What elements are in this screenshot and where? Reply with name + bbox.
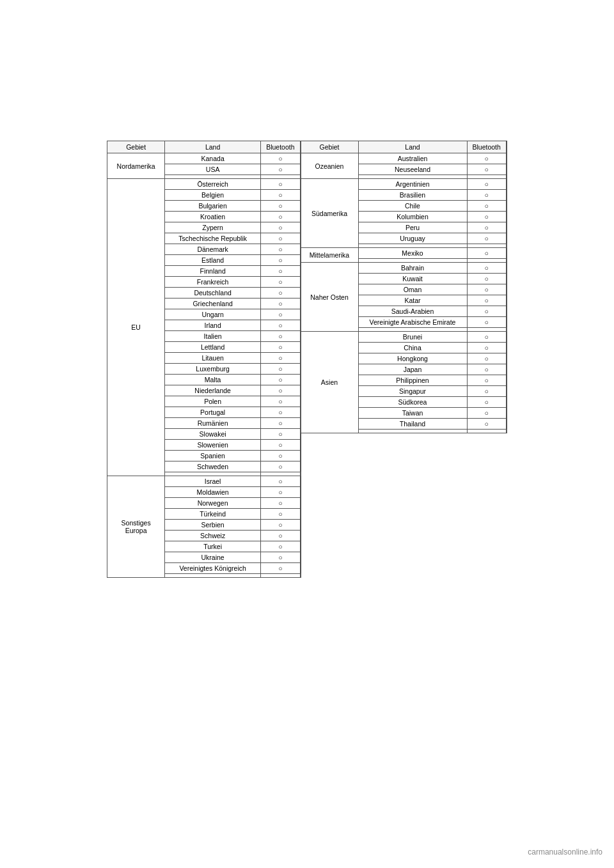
bluetooth-cell: ○ [467, 190, 506, 201]
country-cell: Israel [165, 476, 261, 487]
bluetooth-cell: ○ [467, 284, 506, 295]
country-cell: Zypern [165, 222, 261, 233]
bluetooth-cell: ○ [261, 233, 300, 244]
country-cell: Chile [358, 201, 467, 212]
table-row: Mittelamerika Mexiko ○ [301, 248, 507, 259]
country-cell: Italien [165, 331, 261, 342]
bluetooth-cell: ○ [261, 396, 300, 407]
country-cell: Katar [358, 295, 467, 306]
bluetooth-cell: ○ [261, 385, 300, 396]
right-header-land: Land [358, 141, 467, 153]
country-cell: Spanien [165, 451, 261, 461]
country-cell: Norwegen [165, 498, 261, 509]
country-cell: Schweden [165, 461, 261, 472]
region-naher-osten: Naher Osten [301, 263, 358, 332]
bluetooth-cell: ○ [261, 461, 300, 472]
bluetooth-cell: ○ [467, 306, 506, 317]
country-cell: Deutschland [165, 288, 261, 298]
region-ozeanien: Ozeanien [301, 153, 358, 179]
table-row: SonstigesEuropa Israel ○ [107, 476, 301, 487]
bluetooth-cell: ○ [261, 429, 300, 440]
country-cell: USA [165, 164, 261, 175]
country-cell: Kroatien [165, 212, 261, 222]
bluetooth-cell: ○ [261, 201, 300, 212]
bluetooth-cell: ○ [467, 201, 506, 212]
bluetooth-cell: ○ [467, 263, 506, 274]
region-nordamerika: Nordamerika [107, 153, 165, 179]
country-cell: Rumänien [165, 418, 261, 429]
region-sonstiges-europa: SonstigesEuropa [107, 476, 165, 578]
country-cell: Luxemburg [165, 364, 261, 375]
bluetooth-cell: ○ [261, 541, 300, 552]
bluetooth-cell: ○ [261, 509, 300, 520]
bluetooth-cell: ○ [261, 255, 300, 266]
bluetooth-cell: ○ [261, 487, 300, 498]
country-cell: Kolumbien [358, 212, 467, 222]
bluetooth-cell: ○ [261, 164, 300, 175]
country-cell: Taiwan [358, 408, 467, 419]
country-cell: Irland [165, 320, 261, 331]
bluetooth-cell: ○ [261, 222, 300, 233]
country-cell: Türkeind [165, 509, 261, 520]
left-table: Gebiet Land Bluetooth Nordamerika Kanada… [107, 141, 301, 578]
country-cell: Dänemark [165, 244, 261, 255]
bluetooth-cell: ○ [467, 397, 506, 408]
bluetooth-cell: ○ [261, 153, 300, 164]
bluetooth-cell: ○ [261, 418, 300, 429]
left-header-bluetooth: Bluetooth [261, 141, 300, 153]
country-cell: Belgien [165, 190, 261, 201]
bluetooth-cell: ○ [467, 164, 506, 175]
country-cell: Oman [358, 284, 467, 295]
country-cell: Japan [358, 364, 467, 375]
country-cell: Vereinigtes Königreich [165, 563, 261, 574]
country-cell: Tschechische Republik [165, 233, 261, 244]
bluetooth-cell: ○ [467, 179, 506, 190]
country-cell: Turkei [165, 541, 261, 552]
country-cell: Frankreich [165, 277, 261, 288]
country-cell: Argentinien [358, 179, 467, 190]
bluetooth-cell: ○ [261, 520, 300, 531]
country-cell: Peru [358, 222, 467, 233]
country-cell: Uruguay [358, 233, 467, 244]
bluetooth-cell: ○ [261, 331, 300, 342]
country-cell: Hongkong [358, 353, 467, 364]
bluetooth-cell: ○ [467, 332, 506, 343]
country-cell: Moldawien [165, 487, 261, 498]
bluetooth-cell: ○ [467, 153, 506, 164]
region-eu: EU [107, 179, 165, 476]
country-cell: Malta [165, 375, 261, 385]
country-cell: Bulgarien [165, 201, 261, 212]
left-header-gebiet: Gebiet [107, 141, 165, 153]
bluetooth-cell: ○ [261, 353, 300, 364]
country-cell: Ukraine [165, 552, 261, 563]
bluetooth-cell: ○ [261, 375, 300, 385]
country-cell: Portugal [165, 407, 261, 418]
bluetooth-cell: ○ [261, 451, 300, 461]
bluetooth-cell: ○ [261, 298, 300, 309]
country-cell: Serbien [165, 520, 261, 531]
country-cell: Neuseeland [358, 164, 467, 175]
bluetooth-cell: ○ [467, 419, 506, 430]
region-asien: Asien [301, 332, 358, 433]
country-cell: Bahrain [358, 263, 467, 274]
region-suedamerika: Südamerika [301, 179, 358, 248]
country-cell: Brasilien [358, 190, 467, 201]
bluetooth-cell: ○ [261, 552, 300, 563]
bluetooth-cell: ○ [261, 476, 300, 487]
bluetooth-cell: ○ [261, 498, 300, 509]
bluetooth-cell: ○ [261, 407, 300, 418]
bluetooth-cell: ○ [261, 190, 300, 201]
country-cell: Griechenland [165, 298, 261, 309]
country-cell: Ungarn [165, 309, 261, 320]
bluetooth-cell: ○ [467, 364, 506, 375]
table-row: Naher Osten Bahrain ○ [301, 263, 507, 274]
country-cell: Finnland [165, 266, 261, 277]
bluetooth-cell: ○ [467, 317, 506, 328]
table-row: Ozeanien Australien ○ [301, 153, 507, 164]
bluetooth-cell: ○ [261, 563, 300, 574]
right-header-gebiet: Gebiet [301, 141, 358, 153]
country-cell: Kanada [165, 153, 261, 164]
country-cell: Südkorea [358, 397, 467, 408]
bluetooth-cell: ○ [261, 277, 300, 288]
bluetooth-cell: ○ [467, 233, 506, 244]
